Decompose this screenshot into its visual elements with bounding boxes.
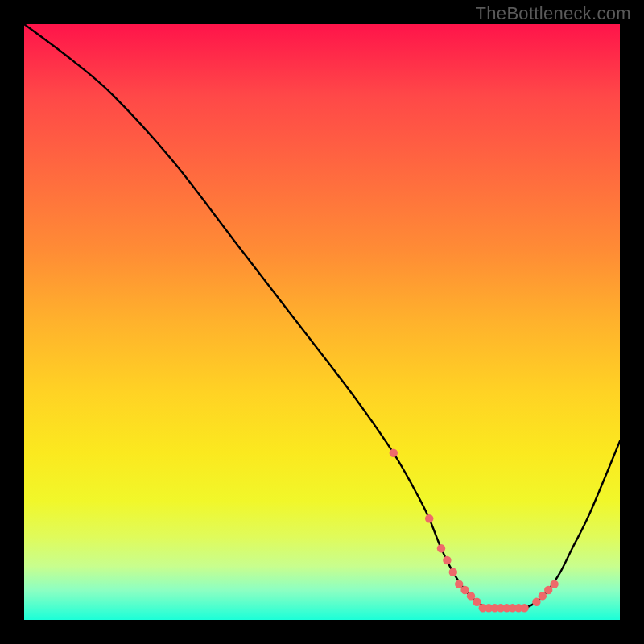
marker-point xyxy=(544,586,552,594)
watermark-text: TheBottleneck.com xyxy=(476,3,631,24)
marker-point xyxy=(520,604,528,612)
marker-point xyxy=(467,592,475,600)
marker-point xyxy=(473,598,481,606)
highlight-markers xyxy=(390,449,559,613)
marker-point xyxy=(550,580,558,588)
marker-point xyxy=(455,580,463,588)
marker-point xyxy=(425,514,433,522)
marker-point xyxy=(390,449,398,457)
marker-point xyxy=(532,598,540,606)
marker-point xyxy=(460,586,469,594)
marker-point xyxy=(449,568,457,576)
chart-svg xyxy=(24,24,620,620)
chart-container: TheBottleneck.com xyxy=(0,0,644,644)
marker-point xyxy=(437,544,445,552)
bottleneck-curve xyxy=(24,24,620,609)
marker-point xyxy=(539,592,547,600)
marker-point xyxy=(443,556,451,564)
